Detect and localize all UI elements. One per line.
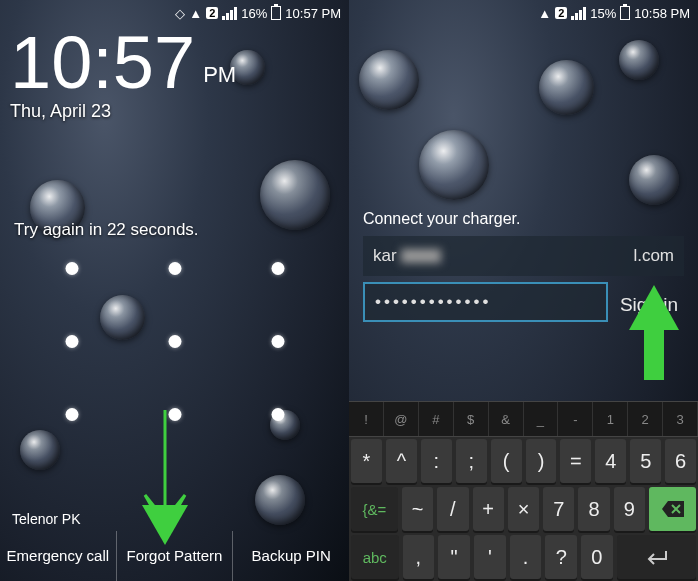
enter-key[interactable]: [617, 535, 696, 579]
sym-key[interactable]: 3: [663, 402, 698, 436]
lockscreen-clock: 10:57 PM Thu, April 23: [10, 30, 236, 122]
key[interactable]: .: [510, 535, 542, 579]
redacted-text: [401, 249, 441, 263]
key[interactable]: ,: [403, 535, 435, 579]
sym-key[interactable]: 2: [628, 402, 663, 436]
pattern-dot[interactable]: [65, 408, 78, 421]
keyboard: !@#$&_-123 *^:;()=456 {&= ~/+× 789 abc ,…: [349, 401, 698, 581]
symbols-toggle-key[interactable]: {&=: [351, 487, 398, 531]
status-bar: ▲ 2 15% .phone:last-child .batt::after{h…: [349, 0, 698, 26]
pattern-dot[interactable]: [65, 262, 78, 275]
sim-indicator: 2: [206, 7, 218, 19]
wifi-signal-icon: ▲: [538, 6, 551, 21]
key[interactable]: ': [474, 535, 506, 579]
key[interactable]: 4: [595, 439, 626, 483]
connect-charger-message: Connect your charger.: [363, 210, 520, 228]
key[interactable]: 8: [578, 487, 609, 531]
wifi-signal-icon: ▲: [189, 6, 202, 21]
sym-key[interactable]: -: [558, 402, 593, 436]
symbol-row: !@#$&_-123: [349, 401, 698, 437]
key[interactable]: =: [560, 439, 591, 483]
key[interactable]: (: [491, 439, 522, 483]
left-phone: ◇ ▲ 2 16% .phone:first-child .batt::afte…: [0, 0, 349, 581]
sym-key[interactable]: @: [384, 402, 419, 436]
backup-pin-button[interactable]: Backup PIN: [233, 531, 349, 581]
pattern-dot[interactable]: [168, 335, 181, 348]
pattern-dot[interactable]: [65, 335, 78, 348]
battery-percent: 15%: [590, 6, 616, 21]
abc-toggle-key[interactable]: abc: [351, 535, 399, 579]
password-field[interactable]: •••••••••••••: [363, 282, 608, 322]
battery-icon: .phone:last-child .batt::after{height:15…: [620, 6, 630, 20]
bottom-bar: Emergency call Forgot Pattern Backup PIN: [0, 531, 349, 581]
try-again-message: Try again in 22 seconds.: [14, 220, 199, 240]
sym-key[interactable]: _: [524, 402, 559, 436]
key[interactable]: 6: [665, 439, 696, 483]
backspace-key[interactable]: [649, 487, 696, 531]
sym-key[interactable]: $: [454, 402, 489, 436]
key[interactable]: ): [526, 439, 557, 483]
key[interactable]: ×: [508, 487, 539, 531]
key[interactable]: +: [473, 487, 504, 531]
status-time: 10:57 PM: [285, 6, 341, 21]
sym-key[interactable]: 1: [593, 402, 628, 436]
key[interactable]: ": [438, 535, 470, 579]
key[interactable]: 0: [581, 535, 613, 579]
key[interactable]: ?: [545, 535, 577, 579]
signal-bars-icon: [571, 7, 586, 20]
battery-percent: 16%: [241, 6, 267, 21]
emergency-call-button[interactable]: Emergency call: [0, 531, 116, 581]
svg-rect-2: [644, 325, 664, 380]
pattern-dot[interactable]: [271, 408, 284, 421]
key[interactable]: 9: [614, 487, 645, 531]
status-bar: ◇ ▲ 2 16% .phone:first-child .batt::afte…: [0, 0, 349, 26]
pattern-dot[interactable]: [168, 262, 181, 275]
key[interactable]: ;: [456, 439, 487, 483]
pattern-grid[interactable]: [65, 262, 284, 421]
key[interactable]: 5: [630, 439, 661, 483]
sym-key[interactable]: &: [489, 402, 524, 436]
forgot-pattern-button[interactable]: Forgot Pattern: [117, 531, 233, 581]
pattern-dot[interactable]: [271, 262, 284, 275]
login-form: kar l.com ••••••••••••• Sign in: [363, 236, 684, 328]
key[interactable]: :: [421, 439, 452, 483]
key[interactable]: ~: [402, 487, 433, 531]
key[interactable]: *: [351, 439, 382, 483]
pattern-dot[interactable]: [271, 335, 284, 348]
sign-in-button[interactable]: Sign in: [614, 282, 684, 328]
sym-key[interactable]: #: [419, 402, 454, 436]
sym-key[interactable]: !: [349, 402, 384, 436]
clock-ampm: PM: [203, 65, 236, 85]
key[interactable]: ^: [386, 439, 417, 483]
status-time: 10:58 PM: [634, 6, 690, 21]
annotation-arrow-icon: [130, 400, 200, 550]
signal-bars-icon: [222, 7, 237, 20]
key[interactable]: 7: [543, 487, 574, 531]
right-phone: ▲ 2 15% .phone:last-child .batt::after{h…: [349, 0, 698, 581]
wifi-icon: ◇: [175, 6, 185, 21]
carrier-label: Telenor PK: [12, 511, 80, 527]
email-field[interactable]: kar l.com: [363, 236, 684, 276]
clock-time: 10:57: [10, 30, 195, 97]
pattern-dot[interactable]: [168, 408, 181, 421]
sim-indicator: 2: [555, 7, 567, 19]
battery-icon: .phone:first-child .batt::after{height:1…: [271, 6, 281, 20]
key[interactable]: /: [437, 487, 468, 531]
